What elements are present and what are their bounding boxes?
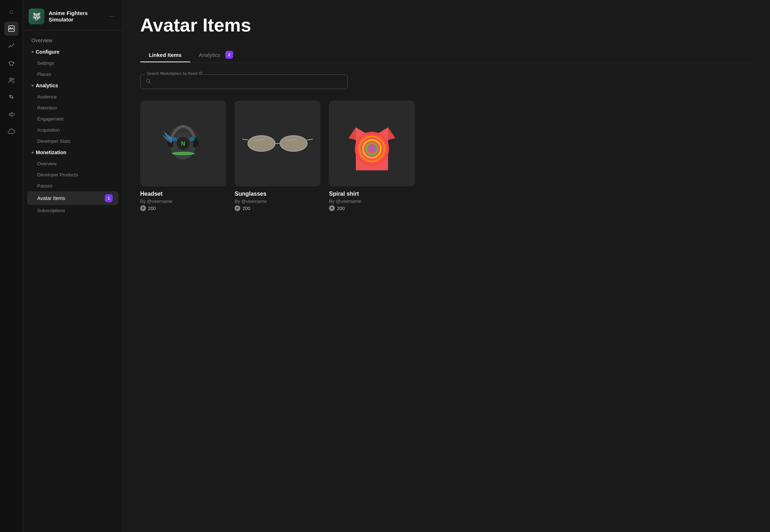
sidebar-item-avatar-items[interactable]: Avatar Items 1 [27,191,118,205]
avatar-items-badge: 1 [105,194,113,202]
nav-megaphone-icon[interactable] [4,107,19,122]
sidebar-item-developer-products[interactable]: Developer Products [23,169,123,180]
tabs-bar: Linked Items Analytics 2 [140,47,753,63]
chevron-monetization-icon: ▾ [31,150,34,155]
item-name-sunglasses: Sunglasses [235,191,320,197]
nav-chart-icon[interactable] [4,39,19,53]
sidebar-section-analytics[interactable]: ▾ Analytics [23,80,123,91]
sidebar-item-retention[interactable]: Retention [23,102,123,113]
item-card-headset[interactable]: N Headset By @username R 200 [140,101,226,211]
svg-line-26 [242,139,248,140]
sidebar-item-developer-stats[interactable]: Developer Stats [23,136,123,147]
svg-point-4 [13,62,13,63]
analytics-tab-badge: 2 [225,51,233,59]
item-by-headset: By @username [140,199,226,204]
item-by-spiral-shirt: By @username [329,199,415,204]
sidebar-item-engagement[interactable]: Engagement [23,113,123,125]
app-title: Anime Fighters Simulator [49,10,103,23]
app-icon: 🐺 [29,9,44,24]
app-header: 🐺 Anime Fighters Simulator ··· [23,6,123,30]
search-container: Search Marketplace by Asset ID [140,74,753,89]
search-label: Search Marketplace by Asset ID [145,71,204,75]
item-card-spiral-shirt[interactable]: Spiral shirt By @username R 200 [329,101,415,211]
sidebar-item-acquisition[interactable]: Acquisition [23,125,123,136]
item-by-sunglasses: By @username [235,199,320,204]
robux-icon-headset: R [140,205,146,211]
sidebar-item-overview[interactable]: Overview [23,35,123,46]
nav-home-icon[interactable]: ⌂ [4,4,19,19]
item-name-headset: Headset [140,191,226,197]
item-thumbnail-sunglasses [235,101,320,186]
svg-point-18 [172,152,195,155]
sidebar-item-mon-overview[interactable]: Overview [23,158,123,169]
nav-piggy-icon[interactable] [4,56,19,70]
chevron-analytics-icon: ▾ [31,83,34,88]
svg-point-2 [13,44,14,45]
item-price-spiral-shirt: R 200 [329,205,415,211]
main-content: Avatar Items Linked Items Analytics 2 Se… [123,0,770,532]
svg-point-5 [10,78,12,80]
items-grid: N Headset By @username R 200 [140,101,753,211]
svg-point-6 [12,78,14,80]
svg-text:N: N [181,141,185,147]
sidebar-section-configure[interactable]: ▾ Configure [23,46,123,58]
app-menu-button[interactable]: ··· [107,11,117,21]
svg-line-27 [307,139,313,140]
tab-analytics[interactable]: Analytics 2 [190,47,242,63]
robux-icon-sunglasses: R [235,205,240,211]
svg-point-20 [189,137,195,141]
search-input-wrapper[interactable] [140,74,348,89]
icon-sidebar: ⌂ [0,0,23,532]
item-price-sunglasses: R 200 [235,205,320,211]
sidebar-item-settings[interactable]: Settings [23,58,123,69]
item-thumbnail-headset: N [140,101,226,186]
page-title: Avatar Items [140,14,753,36]
nav-translate-icon[interactable] [4,90,19,104]
nav-users-icon[interactable] [4,73,19,87]
item-card-sunglasses[interactable]: Sunglasses By @username R 200 [235,101,320,211]
nav-sidebar: 🐺 Anime Fighters Simulator ··· Overview … [23,0,123,532]
tab-linked-items[interactable]: Linked Items [140,48,190,62]
sidebar-item-passes[interactable]: Passes [23,180,123,191]
nav-cloud-icon[interactable] [4,125,19,139]
search-input[interactable] [155,79,342,85]
item-price-headset: R 200 [140,205,226,211]
search-icon [146,78,151,85]
item-thumbnail-spiral-shirt [329,101,415,186]
sidebar-item-subscriptions[interactable]: Subscriptions [23,205,123,216]
robux-icon-spiral-shirt: R [329,205,335,211]
chevron-configure-icon: ▾ [31,50,34,54]
sidebar-item-audience[interactable]: Audience [23,91,123,102]
sidebar-section-monetization[interactable]: ▾ Monetization [23,147,123,158]
nav-image-icon[interactable] [4,21,19,36]
svg-point-3 [9,62,14,65]
svg-line-8 [149,82,151,84]
sidebar-item-places[interactable]: Places [23,69,123,80]
item-name-spiral-shirt: Spiral shirt [329,191,415,197]
